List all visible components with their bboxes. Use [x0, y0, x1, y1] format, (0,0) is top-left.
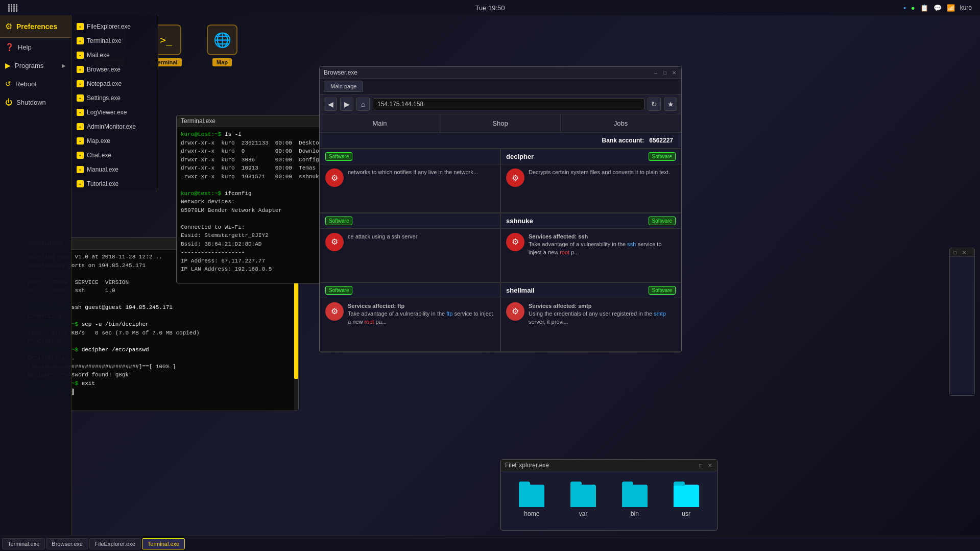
- app-browser[interactable]: ▪ Browser.exe: [71, 62, 158, 77]
- app-label: Terminal.exe: [87, 37, 122, 44]
- file-icon: ▪: [77, 152, 84, 159]
- terminal3-close-btn[interactable]: ✕: [961, 249, 967, 255]
- programs-arrow-icon: ▶: [62, 63, 66, 68]
- apps-grid-icon[interactable]: [8, 4, 18, 12]
- app-map[interactable]: ▪ Map.exe: [71, 134, 158, 148]
- app-chat[interactable]: ▪ Chat.exe: [71, 148, 158, 162]
- app-settings[interactable]: ▪ Settings.exe: [71, 91, 158, 105]
- browser-tab-main[interactable]: Main page: [324, 81, 363, 92]
- sidebar-programs-label: Programs: [15, 62, 43, 69]
- app-label: FileExplorer.exe: [87, 23, 131, 30]
- app-label: Settings.exe: [87, 94, 121, 102]
- file-icon: ▪: [77, 137, 84, 145]
- file-icon: ▪: [77, 94, 84, 102]
- taskbar: Terminal.exe Browser.exe FileExplorer.ex…: [0, 536, 980, 551]
- app-tutorial[interactable]: ▪ Tutorial.exe: [71, 177, 158, 191]
- browser-nav-bar: ◀ ▶ ⌂ ↻ ★: [320, 94, 681, 114]
- browser-nav-jobs[interactable]: Jobs: [561, 114, 681, 132]
- sw-card-left2-body: ⚙ ce attack using a ssh server: [320, 229, 500, 255]
- app-label: AdminMonitor.exe: [87, 123, 136, 130]
- sidebar-item-help[interactable]: ❓ Help: [0, 38, 71, 56]
- sw-card-sshnuke-header: sshnuke Software: [501, 213, 681, 229]
- file-icon: ▪: [77, 52, 84, 59]
- file-explorer-window: FileExplorer.exe □ ✕ home var bin usr: [500, 459, 718, 531]
- browser-url-input[interactable]: [373, 98, 644, 110]
- sw-title-decipher: decipher: [506, 153, 534, 160]
- topbar-datetime: Tue 19:50: [475, 4, 505, 12]
- app-notepad[interactable]: ▪ Notepad.exe: [71, 77, 158, 91]
- sw-card-left2: Software ⚙ ce attack using a ssh server: [320, 213, 500, 282]
- browser-refresh-btn[interactable]: ↻: [648, 98, 661, 111]
- sidebar-title: Preferences: [16, 22, 57, 31]
- browser-home-btn[interactable]: ⌂: [356, 98, 370, 111]
- browser-minimize-btn[interactable]: –: [653, 69, 659, 76]
- sw-icon-shellmail: ⚙: [506, 302, 524, 321]
- sw-card-ftp-body: ⚙ Services affected: ftp Take advantage …: [320, 298, 500, 330]
- browser-body: Main Shop Jobs Bank account: 6562227 Sof…: [320, 114, 681, 352]
- sidebar-shutdown-label: Shutdown: [16, 99, 46, 106]
- help-icon: ❓: [5, 43, 14, 51]
- app-label: Chat.exe: [87, 152, 111, 159]
- sw-icon-ftp: ⚙: [325, 302, 344, 321]
- browser-title: Browser.exe: [324, 69, 650, 76]
- folder-home-label: home: [524, 510, 539, 517]
- taskbar-terminal2[interactable]: Terminal.exe: [142, 538, 185, 549]
- browser-close-btn[interactable]: ✕: [671, 69, 677, 76]
- browser-forward-btn[interactable]: ▶: [340, 98, 353, 111]
- app-mail[interactable]: ▪ Mail.exe: [71, 48, 158, 62]
- browser-titlebar: Browser.exe – □ ✕: [320, 67, 681, 79]
- preferences-icon: ⚙: [5, 21, 12, 31]
- terminal3-titlebar: □ ✕: [950, 248, 974, 257]
- sw-card-decipher: decipher Software ⚙ Decrypts certain sys…: [500, 149, 681, 213]
- app-label: Map.exe: [87, 137, 110, 145]
- sidebar-item-programs[interactable]: ▶ Programs ▶: [0, 56, 71, 75]
- taskbar-terminal1[interactable]: Terminal.exe: [2, 538, 45, 549]
- sw-badge: Software: [325, 152, 352, 161]
- taskbar-fileexplorer[interactable]: FileExplorer.exe: [89, 538, 141, 549]
- sw-card-shellmail-header: shellmail Software: [501, 283, 681, 298]
- browser-nav-shop[interactable]: Shop: [440, 114, 561, 132]
- file-icon: ▪: [77, 80, 84, 87]
- sw-desc-left2: ce attack using a ssh server: [348, 233, 417, 241]
- app-label: LogViewer.exe: [87, 109, 127, 116]
- sw-card-sshnuke-body: ⚙ Services affected: ssh Take advantage …: [501, 229, 681, 260]
- terminal3-maximize-btn[interactable]: □: [952, 249, 958, 255]
- folder-usr[interactable]: usr: [674, 485, 699, 517]
- sw-card-shellmail-body: ⚙ Services affected: smtp Using the cred…: [501, 298, 681, 330]
- browser-bank-info: Bank account: 6562227: [320, 133, 681, 149]
- sidebar-item-reboot[interactable]: ↺ Reboot: [0, 75, 71, 93]
- file-explorer-body: home var bin usr: [501, 471, 717, 530]
- folder-var[interactable]: var: [570, 485, 596, 517]
- screen-icon: ▪: [903, 4, 906, 12]
- browser-bookmark-btn[interactable]: ★: [664, 98, 677, 111]
- app-label: Browser.exe: [87, 66, 121, 73]
- sw-title-sshnuke: sshnuke: [506, 217, 533, 225]
- taskbar-browser[interactable]: Browser.exe: [46, 538, 88, 549]
- desktop-icon-map[interactable]: 🌐 Map: [194, 20, 250, 70]
- app-terminal[interactable]: ▪ Terminal.exe: [71, 34, 158, 48]
- folder-bin[interactable]: bin: [622, 485, 648, 517]
- folder-home[interactable]: home: [519, 485, 544, 517]
- browser-maximize-btn[interactable]: □: [662, 69, 668, 76]
- sw-badge-ftp: Software: [325, 286, 352, 295]
- app-label: Manual.exe: [87, 166, 118, 173]
- software-grid: Software ⚙ networks to which notifies if…: [320, 149, 681, 352]
- file-explorer-close-btn[interactable]: ✕: [707, 462, 713, 468]
- app-fileexplorer[interactable]: ▪ FileExplorer.exe: [71, 19, 158, 34]
- sidebar-header[interactable]: ⚙ Preferences: [0, 15, 71, 38]
- browser-nav-main[interactable]: Main: [320, 114, 440, 132]
- browser-back-btn[interactable]: ◀: [324, 98, 337, 111]
- app-adminmonitor[interactable]: ▪ AdminMonitor.exe: [71, 119, 158, 134]
- sw-desc-decipher: Decrypts certain system files and conver…: [529, 169, 670, 176]
- app-logviewer[interactable]: ▪ LogViewer.exe: [71, 105, 158, 119]
- file-explorer-maximize-btn[interactable]: □: [698, 462, 704, 468]
- sidebar-reboot-label: Reboot: [15, 80, 37, 88]
- topbar: Tue 19:50 ▪ ● 📋 💬 📶 kuro: [0, 0, 980, 15]
- app-manual[interactable]: ▪ Manual.exe: [71, 162, 158, 177]
- file-explorer-title: FileExplorer.exe: [505, 462, 695, 469]
- app-label: Tutorial.exe: [87, 180, 118, 187]
- sw-badge-shellmail: Software: [649, 286, 676, 295]
- sidebar-item-shutdown[interactable]: ⏻ Shutdown: [0, 93, 71, 111]
- sw-desc-left1: networks to which notifies if any live i…: [348, 169, 478, 176]
- topbar-right: ▪ ● 📋 💬 📶 kuro: [903, 4, 972, 12]
